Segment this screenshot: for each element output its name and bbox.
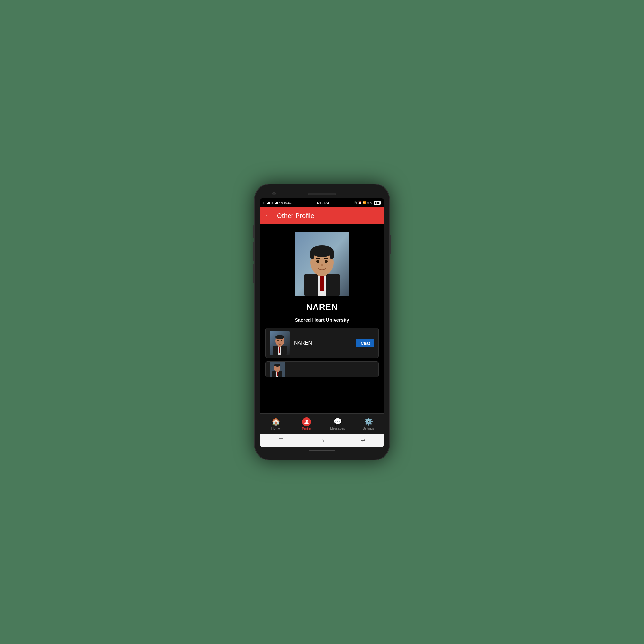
main-content: NAREN Sacred Heart University	[260, 224, 384, 413]
match-photo-2	[270, 362, 285, 377]
clock: 4:19 PM	[317, 201, 329, 205]
phone-frame: E G E G 13.4K/s 4:19 PM 📳 ⏰ 🛜 99% ▮▮▮	[254, 184, 390, 460]
svg-rect-8	[330, 251, 334, 259]
messages-icon: 💬	[333, 418, 342, 426]
network-indicator: E	[263, 201, 265, 204]
profile-circle-icon	[302, 417, 311, 426]
volume-down-button[interactable]	[253, 241, 254, 261]
camera-dot	[272, 192, 276, 195]
android-back-button[interactable]: ↩	[354, 434, 372, 447]
profile-university: Sacred Heart University	[295, 317, 349, 323]
svg-rect-26	[277, 372, 278, 376]
volume-up-button[interactable]	[253, 225, 254, 238]
status-bar: E G E G 13.4K/s 4:19 PM 📳 ⏰ 🛜 99% ▮▮▮	[260, 198, 384, 207]
match-card: NAREN Chat	[265, 328, 379, 358]
phone-top	[260, 189, 384, 198]
svg-rect-11	[316, 258, 320, 259]
svg-point-22	[281, 340, 282, 341]
match-name: NAREN	[294, 340, 352, 346]
signal-strength-1	[266, 201, 270, 204]
svg-point-30	[306, 420, 308, 422]
signal-strength-2	[274, 201, 278, 204]
chat-button[interactable]: Chat	[356, 339, 374, 347]
battery-percent: 99%	[367, 201, 373, 204]
home-icon: 🏠	[271, 418, 280, 426]
nav-messages[interactable]: 💬 Messages	[322, 415, 353, 433]
data-speed: E G 13.4K/s	[279, 202, 292, 204]
nav-profile-label: Profile	[302, 427, 311, 431]
app-bar: ← Other Profile	[260, 207, 384, 224]
app-bar-title: Other Profile	[277, 212, 314, 220]
match-card-partial	[265, 361, 379, 377]
status-right: 📳 ⏰ 🛜 99% ▮▮▮	[354, 201, 381, 205]
phone-screen: E G E G 13.4K/s 4:19 PM 📳 ⏰ 🛜 99% ▮▮▮	[260, 198, 384, 447]
profile-name: NAREN	[306, 302, 337, 312]
svg-point-21	[277, 340, 279, 341]
camera-button[interactable]	[253, 264, 254, 283]
svg-rect-12	[324, 258, 328, 259]
svg-point-29	[274, 364, 280, 367]
nav-home-label: Home	[271, 427, 280, 430]
nav-messages-label: Messages	[330, 427, 345, 430]
phone-bottom	[260, 447, 384, 455]
android-nav-bar: ☰ ⌂ ↩	[260, 434, 384, 447]
svg-rect-3	[320, 275, 324, 291]
nav-profile[interactable]: Profile	[291, 415, 322, 433]
android-home-button[interactable]: ⌂	[314, 435, 330, 447]
network-indicator-2: G	[271, 201, 273, 204]
svg-point-9	[316, 260, 319, 263]
svg-point-10	[325, 260, 328, 263]
svg-point-13	[321, 264, 323, 266]
svg-rect-7	[310, 251, 314, 259]
android-menu-button[interactable]: ☰	[272, 434, 290, 447]
svg-rect-17	[279, 346, 280, 353]
back-button[interactable]: ←	[265, 212, 272, 220]
alarm-icon: ⏰	[358, 201, 362, 204]
vibrate-icon: 📳	[354, 201, 357, 204]
power-button[interactable]	[390, 235, 391, 254]
battery-icon: ▮▮▮	[374, 201, 381, 205]
profile-photo-large	[295, 232, 349, 296]
nav-settings[interactable]: ⚙️ Settings	[353, 415, 384, 433]
match-photo	[270, 331, 290, 355]
status-left: E G E G 13.4K/s	[263, 201, 292, 204]
home-indicator	[309, 450, 335, 451]
bottom-nav: 🏠 Home Profile 💬 Messages ⚙️ Settings	[260, 413, 384, 434]
speaker-grille	[308, 193, 336, 195]
nav-home[interactable]: 🏠 Home	[260, 415, 291, 433]
svg-point-20	[275, 335, 284, 339]
nav-settings-label: Settings	[363, 427, 374, 430]
settings-icon: ⚙️	[364, 418, 373, 426]
wifi-icon: 🛜	[363, 201, 366, 204]
